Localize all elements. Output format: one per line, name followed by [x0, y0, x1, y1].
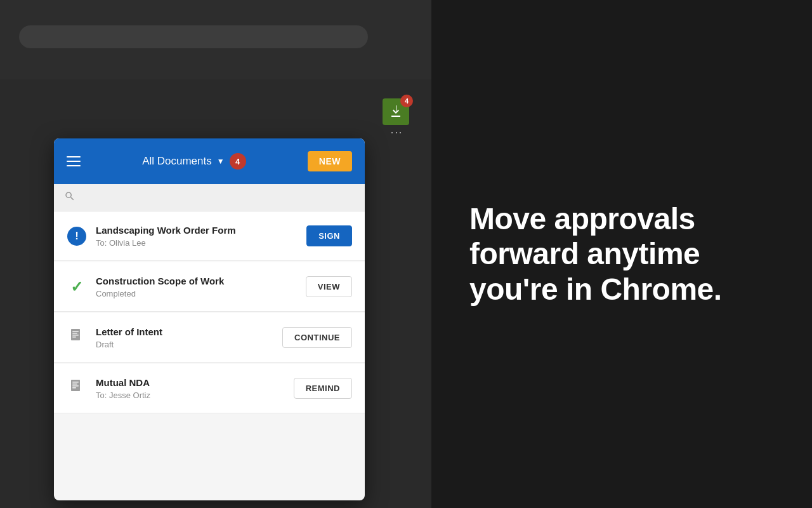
list-item: ! Landscaping Work Order Form To: Olivia… [54, 211, 365, 261]
extension-area: 4 ⋮ [383, 98, 409, 138]
headline-line3: you're in Chrome. [469, 272, 722, 306]
new-button[interactable]: NEW [308, 151, 352, 171]
document-icon [67, 328, 87, 348]
doc-list: ! Landscaping Work Order Form To: Olivia… [54, 211, 365, 413]
alert-icon: ! [67, 226, 87, 246]
doc-sub: Completed [96, 289, 306, 298]
search-input[interactable] [82, 192, 355, 203]
hamburger-menu-icon[interactable] [67, 156, 81, 166]
list-item: Mutual NDA To: Jesse Ortiz REMIND [54, 364, 365, 413]
search-bar [54, 184, 365, 211]
doc-sub: To: Jesse Ortiz [96, 391, 294, 400]
sign-button[interactable]: SIGN [306, 225, 352, 246]
doc-name: Landscaping Work Order Form [96, 225, 306, 236]
doc-sub: Draft [96, 340, 282, 349]
continue-button[interactable]: CONTINUE [282, 327, 352, 348]
svg-rect-6 [72, 382, 79, 383]
view-button[interactable]: VIEW [306, 276, 352, 297]
doc-info: Construction Scope of Work Completed [96, 276, 306, 298]
extension-menu-dots-icon[interactable]: ⋮ [390, 128, 402, 138]
left-panel: 4 ⋮ All Documents ▼ 4 NEW [0, 0, 431, 508]
headline-line2: forward anytime [469, 237, 700, 271]
list-item: ✓ Construction Scope of Work Completed V… [54, 262, 365, 312]
svg-rect-9 [72, 387, 76, 389]
header-dropdown-icon[interactable]: ▼ [217, 157, 225, 166]
doc-name: Construction Scope of Work [96, 276, 306, 286]
doc-info: Landscaping Work Order Form To: Olivia L… [96, 225, 306, 248]
exclamation-icon: ! [67, 227, 86, 246]
header-badge: 4 [230, 153, 246, 170]
svg-rect-7 [72, 384, 77, 385]
svg-rect-1 [72, 331, 79, 332]
doc-name: Mutual NDA [96, 377, 294, 388]
svg-rect-8 [72, 385, 79, 387]
header-title-area: All Documents ▼ 4 [91, 153, 298, 170]
doc-name: Letter of Intent [96, 326, 282, 337]
address-bar [19, 25, 368, 48]
svg-rect-2 [72, 333, 77, 334]
search-icon [64, 190, 75, 204]
list-item: Letter of Intent Draft CONTINUE [54, 313, 365, 363]
checkmark-icon: ✓ [70, 278, 83, 296]
extension-badge: 4 [400, 95, 413, 107]
marketing-headline: Move approvals forward anytime you're in… [469, 201, 722, 307]
app-card: All Documents ▼ 4 NEW ! Lan [54, 138, 365, 500]
app-header: All Documents ▼ 4 NEW [54, 138, 365, 184]
doc-info: Mutual NDA To: Jesse Ortiz [96, 377, 294, 400]
document-icon [67, 378, 87, 399]
browser-chrome [0, 0, 431, 79]
right-panel: Move approvals forward anytime you're in… [431, 0, 812, 508]
svg-rect-4 [72, 337, 76, 338]
check-icon: ✓ [67, 277, 87, 297]
doc-sub: To: Olivia Lee [96, 238, 306, 248]
header-title: All Documents [142, 155, 212, 168]
headline-line1: Move approvals [469, 202, 695, 236]
svg-rect-3 [72, 335, 79, 336]
extension-icon[interactable]: 4 [383, 98, 409, 125]
remind-button[interactable]: REMIND [294, 378, 352, 399]
doc-info: Letter of Intent Draft [96, 326, 282, 349]
